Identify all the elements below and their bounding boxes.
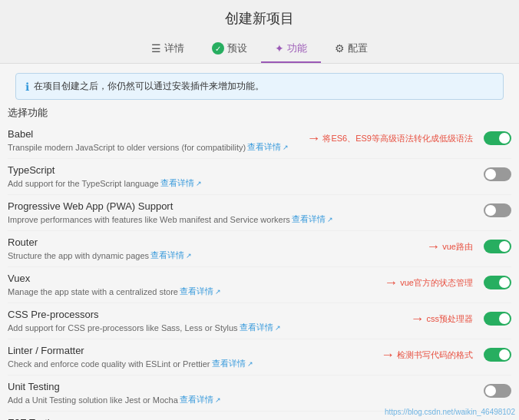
annotation-text: css预处理器: [427, 313, 474, 325]
feature-name: Router: [8, 236, 461, 248]
tab-config[interactable]: ⚙ 配置: [321, 35, 382, 63]
feature-item: Unit TestingAdd a Unit Testing solution …: [8, 375, 511, 412]
feature-toggle[interactable]: [484, 131, 511, 145]
annotation-text: 检测书写代码的格式: [397, 349, 473, 361]
feature-item: CSS Pre-processorsAdd support for CSS pr…: [8, 303, 511, 339]
feature-annotation: →vue路由: [426, 239, 473, 255]
feature-link[interactable]: 查看详情: [247, 141, 289, 153]
feature-desc: Improve performances with features like …: [8, 213, 461, 225]
info-icon: ℹ: [25, 81, 29, 93]
feature-link[interactable]: 查看详情: [180, 286, 221, 297]
person-icon: ✦: [275, 42, 284, 55]
feature-name: CSS Pre-processors: [8, 309, 461, 320]
feature-left: Progressive Web App (PWA) SupportImprove…: [8, 200, 484, 225]
feature-item: RouterStructure the app with dynamic pag…: [8, 231, 511, 267]
feature-item: BabelTranspile modern JavaScript to olde…: [8, 123, 511, 159]
annotation-text: vue官方的状态管理: [400, 277, 473, 289]
feature-item: Progressive Web App (PWA) SupportImprove…: [8, 195, 511, 231]
page-header: 创建新项目 ☰ 详情 ✓ 预设 ✦ 功能 ⚙ 配置: [0, 0, 519, 64]
tab-features[interactable]: ✦ 功能: [261, 35, 321, 63]
tab-details[interactable]: ☰ 详情: [137, 35, 198, 63]
feature-desc: Add a Unit Testing solution like Jest or…: [8, 394, 461, 405]
arrow-icon: →: [384, 275, 398, 291]
feature-item: Linter / FormatterCheck and enforce code…: [8, 339, 511, 375]
feature-item: TypeScriptAdd support for the TypeScript…: [8, 159, 511, 195]
features-list: BabelTranspile modern JavaScript to olde…: [8, 123, 511, 420]
feature-desc: Add support for the TypeScript language …: [8, 177, 461, 189]
arrow-icon: →: [306, 131, 320, 147]
feature-toggle[interactable]: [484, 240, 511, 253]
page-title: 创建新项目: [0, 9, 519, 28]
feature-toggle[interactable]: [484, 312, 511, 326]
arrow-icon: →: [411, 311, 425, 327]
feature-toggle[interactable]: [484, 203, 511, 217]
feature-toggle[interactable]: [484, 348, 511, 362]
feature-left: Unit TestingAdd a Unit Testing solution …: [8, 381, 484, 405]
feature-toggle[interactable]: [484, 276, 511, 289]
feature-name: Unit Testing: [8, 381, 461, 392]
feature-link[interactable]: 查看详情: [180, 394, 221, 405]
tab-bar: ☰ 详情 ✓ 预设 ✦ 功能 ⚙ 配置: [0, 35, 519, 63]
menu-icon: ☰: [151, 42, 161, 55]
section-title: 选择功能: [8, 106, 511, 120]
feature-item: VuexManage the app state with a centrali…: [8, 267, 511, 303]
main-content: ℹ 在项目创建之后，你仍然可以通过安装插件来增加功能。 选择功能 BabelTr…: [0, 64, 519, 420]
feature-link[interactable]: 查看详情: [212, 358, 253, 369]
feature-desc: Add support for CSS pre-processors like …: [8, 322, 461, 333]
feature-annotation: →检测书写代码的格式: [381, 347, 473, 363]
annotation-text: vue路由: [442, 241, 473, 253]
check-icon: ✓: [212, 42, 224, 55]
feature-annotation: →css预处理器: [411, 311, 474, 327]
feature-desc: Structure the app with dynamic pages 查看详…: [8, 250, 461, 261]
feature-left: RouterStructure the app with dynamic pag…: [8, 236, 484, 261]
feature-toggle[interactable]: [484, 384, 511, 398]
tab-preset[interactable]: ✓ 预设: [198, 35, 261, 63]
annotation-text: 将ES6、ES9等高级语法转化成低级语法: [322, 133, 473, 144]
arrow-icon: →: [426, 239, 440, 255]
feature-toggle[interactable]: [484, 167, 511, 181]
feature-annotation: →vue官方的状态管理: [384, 275, 473, 291]
feature-link[interactable]: 查看详情: [150, 250, 192, 261]
feature-name: Progressive Web App (PWA) Support: [8, 200, 461, 212]
arrow-icon: →: [381, 347, 395, 363]
feature-link[interactable]: 查看详情: [240, 322, 281, 333]
feature-name: E2E Testing: [8, 417, 461, 420]
feature-annotation: →将ES6、ES9等高级语法转化成低级语法: [306, 131, 473, 147]
feature-left: E2E TestingAdd an End-to-End testing sol…: [8, 417, 484, 420]
info-bar: ℹ 在项目创建之后，你仍然可以通过安装插件来增加功能。: [15, 73, 504, 100]
feature-name: TypeScript: [8, 164, 461, 176]
feature-link[interactable]: 查看详情: [160, 177, 202, 189]
gear-icon: ⚙: [335, 42, 345, 55]
feature-left: TypeScriptAdd support for the TypeScript…: [8, 164, 484, 189]
watermark: https://blog.csdn.net/waikin_46498102: [385, 408, 515, 416]
feature-link[interactable]: 查看详情: [292, 213, 333, 225]
